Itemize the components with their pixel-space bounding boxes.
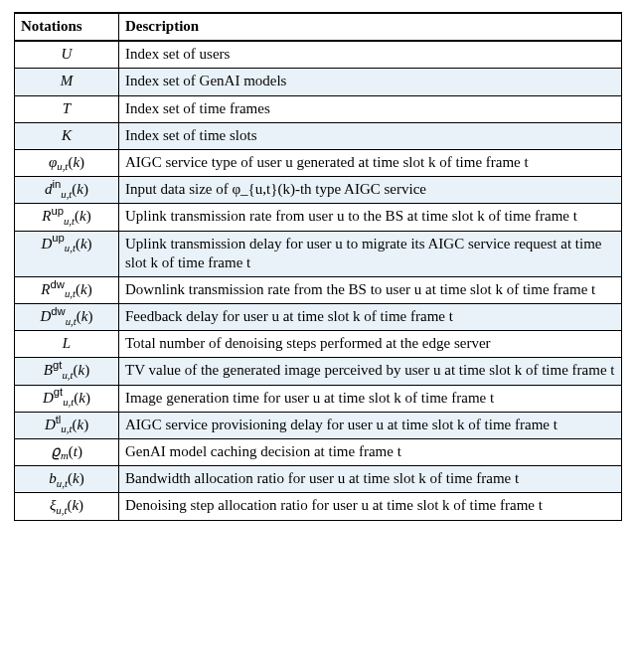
description-cell: Image generation time for user u at time… — [119, 385, 622, 412]
notation-cell: T — [15, 95, 119, 122]
notation-cell: K — [15, 122, 119, 149]
description-cell: Total number of denoising steps performe… — [119, 331, 622, 358]
table-row: UIndex set of users — [15, 41, 622, 69]
notation-cell: Dupu,t(k) — [15, 231, 119, 276]
header-notations: Notations — [15, 13, 119, 41]
description-cell: AIGC service type of user u generated at… — [119, 149, 622, 176]
description-cell: Uplink transmission delay for user u to … — [119, 231, 622, 276]
table-row: Rupu,t(k)Uplink transmission rate from u… — [15, 204, 622, 231]
header-description: Description — [119, 13, 622, 41]
table-row: ξu,t(k)Denoising step allocation ratio f… — [15, 493, 622, 520]
notation-cell: U — [15, 41, 119, 69]
description-cell: TV value of the generated image perceive… — [119, 358, 622, 385]
table-body: UIndex set of usersMIndex set of GenAI m… — [15, 41, 622, 520]
description-cell: Uplink transmission rate from user u to … — [119, 204, 622, 231]
table-header-row: Notations Description — [15, 13, 622, 41]
table-row: Dtlu,t(k)AIGC service provisioning delay… — [15, 412, 622, 438]
description-cell: Index set of users — [119, 41, 622, 69]
table-row: MIndex set of GenAI models — [15, 69, 622, 95]
notation-cell: dinu,t(k) — [15, 177, 119, 204]
description-cell: Bandwidth allocation ratio for user u at… — [119, 466, 622, 493]
notations-table: Notations Description UIndex set of user… — [14, 12, 622, 521]
table-row: LTotal number of denoising steps perform… — [15, 331, 622, 358]
description-cell: Input data size of φ_{u,t}(k)-th type AI… — [119, 177, 622, 204]
table-row: Dgtu,t(k)Image generation time for user … — [15, 385, 622, 412]
notation-cell: Rupu,t(k) — [15, 204, 119, 231]
table-row: Dupu,t(k)Uplink transmission delay for u… — [15, 231, 622, 276]
description-cell: Index set of GenAI models — [119, 69, 622, 95]
notation-cell: Dgtu,t(k) — [15, 385, 119, 412]
table-row: φu,t(k)AIGC service type of user u gener… — [15, 149, 622, 176]
description-cell: Index set of time slots — [119, 122, 622, 149]
description-cell: GenAI model caching decision at time fra… — [119, 439, 622, 466]
table-row: TIndex set of time frames — [15, 95, 622, 122]
table-row: ϱm(t)GenAI model caching decision at tim… — [15, 439, 622, 466]
table-row: dinu,t(k)Input data size of φ_{u,t}(k)-t… — [15, 177, 622, 204]
notation-cell: M — [15, 69, 119, 95]
description-cell: Feedback delay for user u at time slot k… — [119, 304, 622, 331]
notation-cell: ϱm(t) — [15, 439, 119, 466]
description-cell: Index set of time frames — [119, 95, 622, 122]
notation-cell: Bgtu,t(k) — [15, 358, 119, 385]
table-row: Ddwu,t(k)Feedback delay for user u at ti… — [15, 304, 622, 331]
notation-cell: Dtlu,t(k) — [15, 412, 119, 438]
table-row: Rdwu,t(k)Downlink transmission rate from… — [15, 276, 622, 303]
description-cell: Denoising step allocation ratio for user… — [119, 493, 622, 520]
notation-cell: Rdwu,t(k) — [15, 276, 119, 303]
table-row: KIndex set of time slots — [15, 122, 622, 149]
notation-cell: bu,t(k) — [15, 466, 119, 493]
description-cell: AIGC service provisioning delay for user… — [119, 412, 622, 438]
notation-cell: ξu,t(k) — [15, 493, 119, 520]
table-row: bu,t(k)Bandwidth allocation ratio for us… — [15, 466, 622, 493]
notation-cell: φu,t(k) — [15, 149, 119, 176]
description-cell: Downlink transmission rate from the BS t… — [119, 276, 622, 303]
notation-cell: Ddwu,t(k) — [15, 304, 119, 331]
table-row: Bgtu,t(k)TV value of the generated image… — [15, 358, 622, 385]
notation-cell: L — [15, 331, 119, 358]
